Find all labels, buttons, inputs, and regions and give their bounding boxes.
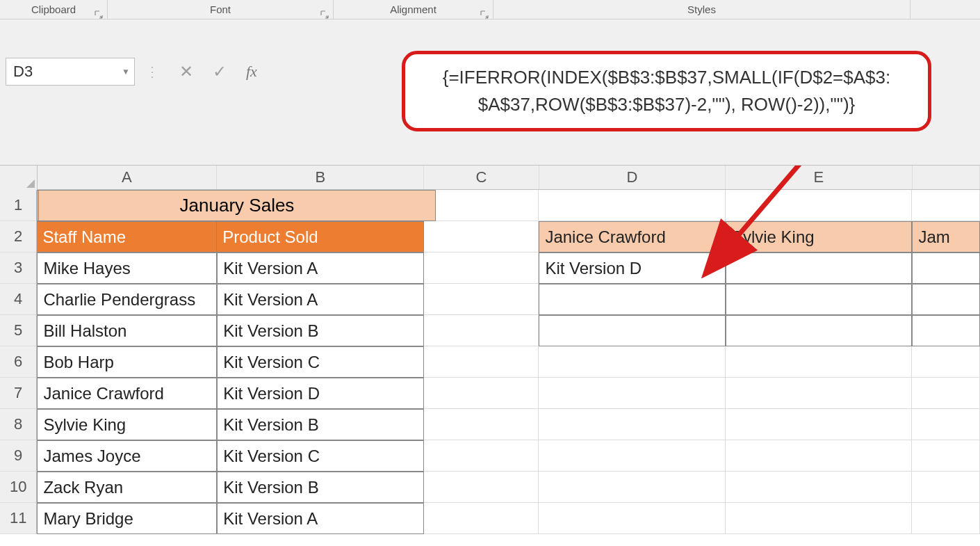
cell[interactable]: Sylvie King bbox=[37, 409, 217, 440]
cell[interactable]: Janice Crawford bbox=[539, 221, 726, 252]
cell[interactable] bbox=[912, 315, 980, 346]
cell[interactable]: Kit Version C bbox=[217, 440, 424, 472]
cell[interactable] bbox=[424, 472, 539, 503]
row-header[interactable]: 1 bbox=[0, 190, 37, 221]
spreadsheet-grid[interactable]: A B C D E 1 January Sales 2 Staff Name P… bbox=[0, 166, 980, 546]
cell[interactable]: Bob Harp bbox=[37, 346, 217, 378]
cell[interactable] bbox=[424, 440, 539, 472]
cell[interactable]: Mike Hayes bbox=[37, 252, 217, 284]
table-row: 10 Zack Ryan Kit Version B bbox=[0, 472, 980, 503]
cell[interactable] bbox=[912, 284, 980, 315]
cell[interactable]: Kit Version A bbox=[217, 284, 424, 315]
cell[interactable] bbox=[539, 440, 725, 472]
cancel-formula-button[interactable]: ✕ bbox=[170, 58, 203, 86]
column-header[interactable]: D bbox=[539, 166, 726, 189]
cell[interactable] bbox=[726, 503, 912, 534]
name-box[interactable]: D3 ▼ bbox=[6, 58, 135, 86]
column-header[interactable]: C bbox=[424, 166, 539, 189]
cell[interactable] bbox=[912, 503, 980, 534]
cell[interactable] bbox=[424, 221, 539, 252]
cell[interactable] bbox=[539, 346, 725, 378]
cell[interactable]: Kit Version D bbox=[217, 378, 424, 409]
row-header[interactable]: 3 bbox=[0, 252, 37, 284]
row-header[interactable]: 11 bbox=[0, 503, 37, 534]
cell[interactable] bbox=[424, 503, 539, 534]
ribbon-group-clipboard[interactable]: Clipboard bbox=[0, 0, 108, 19]
cell[interactable]: Bill Halston bbox=[37, 315, 217, 346]
cell[interactable]: Kit Version A bbox=[217, 503, 424, 534]
cell[interactable] bbox=[424, 190, 539, 221]
cell[interactable] bbox=[539, 378, 725, 409]
cell[interactable] bbox=[726, 284, 913, 315]
cell[interactable] bbox=[424, 315, 539, 346]
cell[interactable]: Kit Version B bbox=[217, 315, 424, 346]
ribbon-group-alignment[interactable]: Alignment bbox=[334, 0, 493, 19]
cell[interactable] bbox=[912, 252, 980, 284]
enter-formula-button[interactable]: ✓ bbox=[203, 58, 236, 86]
column-headers: A B C D E bbox=[0, 166, 980, 190]
cell[interactable] bbox=[539, 284, 726, 315]
ribbon-group-styles[interactable]: Styles bbox=[493, 0, 910, 19]
row-header[interactable]: 6 bbox=[0, 346, 37, 378]
name-box-value: D3 bbox=[13, 63, 33, 81]
cell[interactable]: Janice Crawford bbox=[37, 378, 217, 409]
row-header[interactable]: 5 bbox=[0, 315, 37, 346]
cell[interactable]: Sylvie King bbox=[726, 221, 913, 252]
select-all-corner[interactable] bbox=[0, 166, 38, 190]
cell[interactable]: Kit Version B bbox=[217, 409, 424, 440]
dialog-launcher-icon[interactable] bbox=[480, 9, 489, 17]
cell[interactable]: Kit Version A bbox=[217, 252, 424, 284]
column-header[interactable] bbox=[913, 166, 980, 189]
dialog-launcher-icon[interactable] bbox=[95, 9, 103, 17]
cell[interactable] bbox=[912, 346, 980, 378]
cell[interactable] bbox=[726, 315, 913, 346]
cell[interactable]: Charlie Pendergrass bbox=[37, 284, 217, 315]
cell[interactable] bbox=[424, 252, 539, 284]
chevron-down-icon[interactable]: ▼ bbox=[122, 67, 130, 77]
cell[interactable]: Kit Version C bbox=[217, 346, 424, 378]
cell-selected[interactable]: Kit Version D bbox=[539, 252, 726, 284]
dialog-launcher-icon[interactable] bbox=[320, 9, 329, 17]
cell[interactable] bbox=[539, 190, 725, 221]
cell[interactable] bbox=[726, 346, 912, 378]
cell[interactable] bbox=[912, 378, 980, 409]
row-header[interactable]: 4 bbox=[0, 284, 37, 315]
table-row: 6 Bob Harp Kit Version C bbox=[0, 346, 980, 378]
cell[interactable] bbox=[424, 346, 539, 378]
cell[interactable] bbox=[726, 409, 912, 440]
cell[interactable] bbox=[424, 378, 539, 409]
cell[interactable] bbox=[424, 409, 539, 440]
header-cell[interactable]: Product Sold bbox=[217, 221, 424, 252]
column-header[interactable]: E bbox=[726, 166, 913, 189]
column-header[interactable]: B bbox=[217, 166, 424, 189]
row-header[interactable]: 9 bbox=[0, 440, 37, 472]
cell[interactable]: Mary Bridge bbox=[37, 503, 217, 534]
cell[interactable] bbox=[912, 409, 980, 440]
header-cell[interactable]: Staff Name bbox=[37, 221, 217, 252]
row-header[interactable]: 7 bbox=[0, 378, 37, 409]
ribbon-group-font[interactable]: Font bbox=[108, 0, 334, 19]
cell[interactable]: Jam bbox=[912, 221, 980, 252]
cell[interactable]: James Joyce bbox=[37, 440, 217, 472]
cell[interactable] bbox=[912, 190, 980, 221]
row-header[interactable]: 2 bbox=[0, 221, 37, 252]
cell[interactable] bbox=[726, 472, 912, 503]
cell[interactable]: Zack Ryan bbox=[37, 472, 217, 503]
cell[interactable] bbox=[539, 503, 725, 534]
cell[interactable] bbox=[539, 472, 725, 503]
insert-function-button[interactable]: fx bbox=[236, 63, 267, 81]
cell[interactable] bbox=[539, 409, 725, 440]
row-header[interactable]: 10 bbox=[0, 472, 37, 503]
cell[interactable] bbox=[726, 440, 912, 472]
cell[interactable] bbox=[912, 440, 980, 472]
cell[interactable] bbox=[726, 190, 912, 221]
cell[interactable] bbox=[912, 472, 980, 503]
cell[interactable] bbox=[424, 284, 539, 315]
cell[interactable] bbox=[539, 315, 726, 346]
column-header[interactable]: A bbox=[38, 166, 218, 189]
title-merged-cell[interactable]: January Sales bbox=[38, 190, 436, 221]
cell[interactable] bbox=[726, 252, 913, 284]
cell[interactable]: Kit Version B bbox=[217, 472, 424, 503]
cell[interactable] bbox=[726, 378, 912, 409]
row-header[interactable]: 8 bbox=[0, 409, 37, 440]
